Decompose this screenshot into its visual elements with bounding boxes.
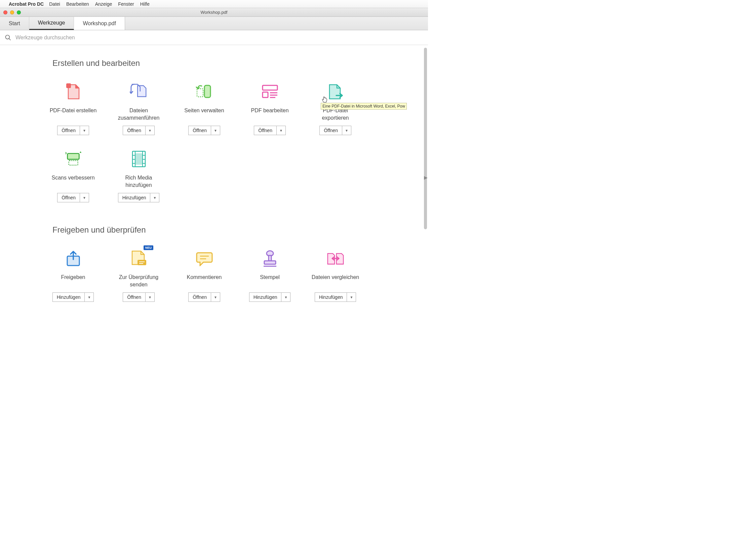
edit-pdf-icon <box>261 83 279 101</box>
tool-enhance-scans[interactable]: Scans verbessern Öffnen ▼ <box>40 148 106 215</box>
tool-label: Kommentieren <box>187 274 222 288</box>
section-create-edit-title: Erstellen und bearbeiten <box>52 58 422 68</box>
share-icon <box>64 249 82 268</box>
dropdown-button[interactable]: ▼ <box>276 126 286 135</box>
minimize-window-button[interactable] <box>10 10 14 14</box>
stamp-icon <box>261 249 279 268</box>
tool-send-for-review[interactable]: NEU Zur Überprüfungsenden Öffnen ▼ <box>106 247 171 315</box>
tab-tools[interactable]: Werkzeuge <box>29 17 74 30</box>
tool-comment[interactable]: Kommentieren Öffnen ▼ <box>171 247 237 315</box>
svg-rect-5 <box>263 85 277 90</box>
tab-start[interactable]: Start <box>0 17 29 30</box>
dropdown-button[interactable]: ▼ <box>211 292 220 302</box>
dropdown-button[interactable]: ▼ <box>211 126 220 135</box>
svg-rect-4 <box>197 89 203 97</box>
menu-edit[interactable]: Bearbeiten <box>66 1 89 7</box>
tool-label: Freigeben <box>61 274 85 288</box>
open-button[interactable]: Öffnen <box>123 292 145 302</box>
svg-rect-13 <box>135 153 143 165</box>
tool-label: Scans verbessern <box>51 174 94 189</box>
tool-label: PDF bearbeiten <box>251 107 288 122</box>
vertical-scrollbar[interactable] <box>424 48 427 229</box>
tool-label: PDF-Datei erstellen <box>50 107 97 122</box>
create-edit-grid: PDF-Datei erstellen Öffnen ▼ Dateienzusa… <box>0 81 422 215</box>
new-badge: NEU <box>144 245 153 250</box>
add-button[interactable]: Hinzufügen <box>249 292 281 302</box>
svg-rect-30 <box>264 261 276 264</box>
macos-menubar: Acrobat Pro DC Datei Bearbeiten Anzeige … <box>0 0 428 8</box>
tool-label: Seiten verwalten <box>184 107 224 122</box>
window-controls <box>3 10 21 14</box>
open-button[interactable]: Öffnen <box>57 126 80 135</box>
add-button[interactable]: Hinzufügen <box>52 292 85 302</box>
tool-combine-files[interactable]: Dateienzusammenführen Öffnen ▼ <box>106 81 171 148</box>
enhance-scans-icon <box>64 150 82 168</box>
dropdown-button[interactable]: ▼ <box>145 292 155 302</box>
export-pdf-icon <box>326 83 345 101</box>
tab-bar: Start Werkzeuge Workshop.pdf <box>0 17 428 30</box>
svg-rect-3 <box>204 85 210 97</box>
tool-stamp[interactable]: Stempel Hinzufügen ▼ <box>237 247 303 315</box>
tool-label: Zur Überprüfungsenden <box>119 274 158 288</box>
organize-pages-icon <box>195 83 213 101</box>
tool-export-pdf[interactable]: PDF-Dateiexportieren Öffnen ▼ Eine PDF-D… <box>303 81 368 148</box>
combine-files-icon <box>130 83 148 101</box>
app-name[interactable]: Acrobat Pro DC <box>9 1 44 7</box>
tool-create-pdf[interactable]: PDF-Datei erstellen Öffnen ▼ <box>40 81 106 148</box>
svg-rect-11 <box>69 161 78 165</box>
open-button[interactable]: Öffnen <box>188 292 211 302</box>
fullscreen-window-button[interactable] <box>17 10 21 14</box>
export-pdf-tooltip: Eine PDF-Datei in Microsoft Word, Excel,… <box>321 103 407 110</box>
open-button[interactable]: Öffnen <box>319 126 342 135</box>
expand-panel-handle[interactable]: ▶ <box>423 173 428 182</box>
svg-line-1 <box>9 38 11 40</box>
add-button[interactable]: Hinzufügen <box>315 292 347 302</box>
svg-rect-10 <box>67 154 79 159</box>
open-button[interactable]: Öffnen <box>188 126 211 135</box>
dropdown-button[interactable]: ▼ <box>145 126 155 135</box>
menu-window[interactable]: Fenster <box>118 1 134 7</box>
svg-rect-2 <box>66 83 71 88</box>
tools-search-bar <box>0 30 428 45</box>
share-review-grid: Freigeben Hinzufügen ▼ NEU Zur Überprüfu… <box>0 247 422 315</box>
compare-files-icon <box>326 249 345 268</box>
tool-label: Stempel <box>260 274 280 288</box>
menu-file[interactable]: Datei <box>49 1 60 7</box>
cursor-hand-icon <box>321 96 327 104</box>
open-button[interactable]: Öffnen <box>254 126 276 135</box>
tool-edit-pdf[interactable]: PDF bearbeiten Öffnen ▼ <box>237 81 303 148</box>
tool-compare-files[interactable]: Dateien vergleichen Hinzufügen ▼ <box>303 247 368 315</box>
add-button[interactable]: Hinzufügen <box>118 193 150 202</box>
dropdown-button[interactable]: ▼ <box>342 126 351 135</box>
dropdown-button[interactable]: ▼ <box>84 292 94 302</box>
svg-rect-29 <box>269 255 271 261</box>
rich-media-icon <box>130 150 148 168</box>
window-title: Workshop.pdf <box>201 10 228 15</box>
tools-search-input[interactable] <box>15 35 217 41</box>
dropdown-button[interactable]: ▼ <box>80 193 89 202</box>
tool-share[interactable]: Freigeben Hinzufügen ▼ <box>40 247 106 315</box>
svg-rect-23 <box>138 260 146 265</box>
tool-rich-media[interactable]: Rich Mediahinzufügen Hinzufügen ▼ <box>106 148 171 215</box>
send-review-icon <box>130 249 148 268</box>
svg-point-0 <box>6 35 10 39</box>
dropdown-button[interactable]: ▼ <box>281 292 290 302</box>
tool-label: Dateienzusammenführen <box>118 107 160 122</box>
section-share-review-title: Freigeben und überprüfen <box>52 225 422 235</box>
dropdown-button[interactable]: ▼ <box>347 292 356 302</box>
tool-label: Dateien vergleichen <box>312 274 359 288</box>
create-pdf-icon <box>64 83 82 101</box>
close-window-button[interactable] <box>3 10 7 14</box>
search-icon <box>5 34 11 41</box>
tool-organize-pages[interactable]: Seiten verwalten Öffnen ▼ <box>171 81 237 148</box>
comment-icon <box>195 249 213 268</box>
open-button[interactable]: Öffnen <box>57 193 80 202</box>
dropdown-button[interactable]: ▼ <box>80 126 89 135</box>
menu-help[interactable]: Hilfe <box>140 1 150 7</box>
tab-document[interactable]: Workshop.pdf <box>74 17 125 30</box>
dropdown-button[interactable]: ▼ <box>150 193 159 202</box>
menu-view[interactable]: Anzeige <box>95 1 112 7</box>
svg-rect-6 <box>263 92 268 97</box>
open-button[interactable]: Öffnen <box>123 126 145 135</box>
window-titlebar: Workshop.pdf <box>0 8 428 17</box>
